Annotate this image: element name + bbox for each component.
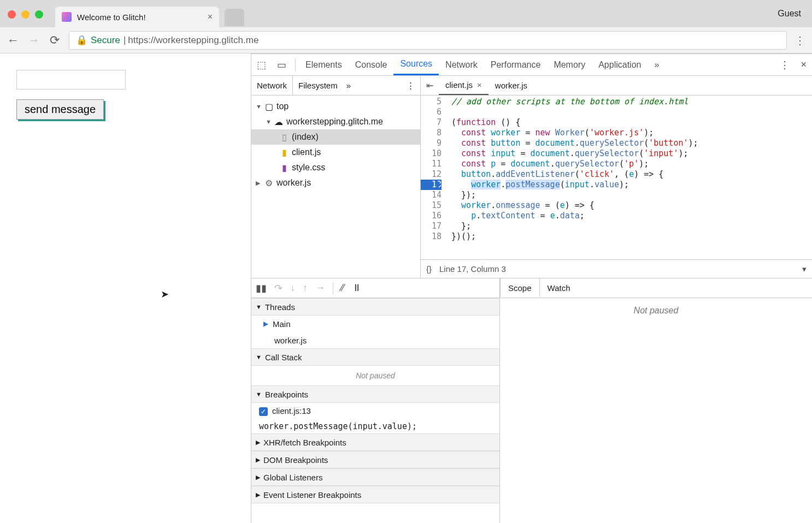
breakpoints-header[interactable]: ▼Breakpoints [251,385,499,403]
new-tab-button[interactable] [225,9,244,26]
breakpoint-checkbox[interactable]: ✓ [259,407,268,416]
url-separator: | [123,35,126,46]
devtools-tab-bar: ⬚ ▭ Elements Console Sources Network Per… [251,54,812,76]
breakpoint-code-preview: worker.postMessage(input.value); [251,419,499,433]
line-gutter[interactable]: 56789101112131415161718 [421,96,445,259]
cursor-position: Line 17, Column 3 [439,264,506,274]
step-into-button[interactable]: ↓ [290,282,295,294]
forward-button[interactable]: → [27,33,40,47]
thread-main[interactable]: ▶Main [251,316,499,332]
close-window-button[interactable] [8,10,16,19]
browser-tab-strip: Welcome to Glitch! × Guest [0,0,812,27]
secure-label: Secure [91,35,120,46]
tab-console[interactable]: Console [349,54,394,75]
tab-memory[interactable]: Memory [547,54,592,75]
editor-tab-workerjs[interactable]: worker.js [489,76,534,95]
global-listeners-header[interactable]: ▶Global Listeners [251,468,499,486]
tab-performance[interactable]: Performance [484,54,548,75]
threads-header[interactable]: ▼Threads [251,298,499,316]
breakpoint-marker[interactable]: 13 [421,180,442,190]
lock-icon: 🔒 [76,34,87,46]
tree-node-worker[interactable]: ▶worker.js [251,175,420,191]
frame-icon [264,102,273,112]
scope-empty-message: Not paused [500,298,812,523]
tab-close-button[interactable]: × [208,12,213,22]
navigator-tab-filesystem[interactable]: Filesystem [293,76,343,95]
thread-worker[interactable]: worker.js [251,332,499,348]
navigator-menu-button[interactable]: ⋮ [407,81,420,91]
debugger-controls: ▮▮ ↷ ↓ ↑ → ⁄⁄ ⏸ [251,278,499,298]
step-button[interactable]: → [315,282,325,294]
tab-application[interactable]: Application [592,54,648,75]
devtools-close-icon[interactable]: × [795,59,812,70]
scope-tab[interactable]: Scope [500,278,540,298]
current-thread-icon: ▶ [263,320,268,328]
tab-favicon [62,12,72,22]
editor-tab-clientjs[interactable]: client.js× [439,76,489,95]
navigator-more-button[interactable]: » [346,81,351,90]
callstack-empty-message: Not paused [251,366,499,385]
tree-file-index[interactable]: (index) [251,129,420,145]
navigator-tab-network[interactable]: Network [251,76,293,95]
pretty-print-icon[interactable]: {} [426,264,432,274]
devtools-panel: ⬚ ▭ Elements Console Sources Network Per… [251,54,812,523]
breakpoint-item[interactable]: ✓client.js:13 [251,403,499,419]
step-out-button[interactable]: ↑ [303,282,308,294]
js-file-icon [280,147,289,158]
tree-file-stylecss[interactable]: style.css [251,160,420,175]
inspect-element-icon[interactable]: ⬚ [251,59,272,71]
css-file-icon [280,163,289,173]
document-icon [280,132,289,142]
browser-tab[interactable]: Welcome to Glitch! × [55,7,219,27]
watch-tab[interactable]: Watch [540,278,578,298]
message-input[interactable] [16,70,126,90]
back-button[interactable]: ← [7,33,20,47]
browser-menu-button[interactable]: ⋮ [795,34,805,47]
tabs-overflow-button[interactable]: » [648,54,666,75]
tree-file-clientjs[interactable]: client.js [251,145,420,160]
window-controls [0,10,51,27]
cloud-icon [274,117,283,127]
event-listener-breakpoints-header[interactable]: ▶Event Listener Breakpoints [251,486,499,503]
coverage-toggle-icon[interactable]: ▾ [802,264,807,274]
profile-label[interactable]: Guest [778,9,812,27]
tab-title: Welcome to Glitch! [77,13,208,22]
code-editor: ⇤ client.js× worker.js 56789101112131415… [421,76,812,278]
send-message-button[interactable]: send message [16,99,104,120]
editor-status-bar: {} Line 17, Column 3 ▾ [421,259,812,278]
code-area[interactable]: 56789101112131415161718 // add other scr… [421,96,812,259]
callstack-header[interactable]: ▼Call Stack [251,348,499,366]
maximize-window-button[interactable] [35,10,43,19]
tab-elements[interactable]: Elements [299,54,349,75]
dom-breakpoints-header[interactable]: ▶DOM Breakpoints [251,451,499,468]
minimize-window-button[interactable] [21,10,30,19]
page-content: send message ➤ [0,54,251,523]
navigator-toggle-icon[interactable]: ⇤ [421,80,439,91]
tree-node-top[interactable]: ▼top [251,99,420,114]
step-over-button[interactable]: ↷ [274,282,283,294]
close-icon[interactable]: × [477,80,482,90]
url-text: https://workerstepping.glitch.me [128,35,258,46]
device-toggle-icon[interactable]: ▭ [272,59,292,71]
browser-toolbar: ← → ⟳ 🔒 Secure | https://workerstepping.… [0,27,812,54]
sources-navigator: Network Filesystem » ⋮ ▼top ▼workerstepp… [251,76,421,278]
devtools-settings-icon[interactable]: ⋮ [774,59,795,71]
address-bar[interactable]: 🔒 Secure | https://workerstepping.glitch… [69,31,787,50]
reload-button[interactable]: ⟳ [48,33,61,47]
xhr-breakpoints-header[interactable]: ▶XHR/fetch Breakpoints [251,433,499,451]
mouse-cursor-icon: ➤ [161,288,169,300]
scope-watch-panel: Scope Watch Not paused [500,278,812,523]
pause-on-exceptions-button[interactable]: ⏸ [352,282,362,294]
tab-network[interactable]: Network [439,54,484,75]
tree-node-domain[interactable]: ▼workerstepping.glitch.me [251,114,420,129]
gear-icon [264,178,273,188]
deactivate-breakpoints-button[interactable]: ⁄⁄ [341,282,344,294]
tab-sources[interactable]: Sources [393,54,439,75]
pause-button[interactable]: ▮▮ [256,282,267,294]
debugger-sidebar: ▮▮ ↷ ↓ ↑ → ⁄⁄ ⏸ ▼Threads ▶Main worker.js… [251,278,500,523]
